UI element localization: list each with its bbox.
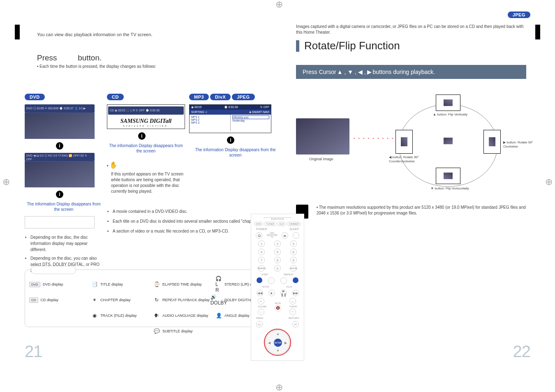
dpad-down-icon: ▼ bbox=[276, 349, 280, 353]
cd-osd-text: CD ◉ 02/15 🎧 L R ↻ OFF ⌚ 0:02:30 bbox=[110, 109, 160, 112]
rc-power-btn[interactable]: ⏻ bbox=[256, 232, 262, 239]
instruction-prefix: Press Cursor bbox=[303, 69, 336, 75]
rc-num-8[interactable]: 8 bbox=[274, 257, 281, 263]
legend-text: ANGLE display bbox=[224, 314, 250, 318]
remote-control: FUNCTION DVD TUNER AUX DIMMER POWER SLEE… bbox=[251, 214, 304, 361]
rc-menu-label: MENU bbox=[256, 317, 264, 319]
rc-rew-btn[interactable]: ◀◀ bbox=[257, 290, 263, 296]
mp3-top-c: ⌚ 0:02:30 bbox=[224, 106, 238, 109]
info-icon-mp3: i bbox=[227, 136, 234, 144]
cropmark-left: ⊕ bbox=[2, 177, 10, 187]
page-number-left: 21 bbox=[25, 342, 42, 361]
mp3-c2-hilite: Missing you bbox=[232, 115, 270, 119]
legend-item-10: 🗣AUDIO LANGUAGE display bbox=[153, 312, 213, 319]
rc-enter-btn[interactable]: ENTER bbox=[274, 339, 282, 347]
blank-thumb bbox=[25, 216, 95, 228]
legend-text: CHAPTER display bbox=[100, 298, 131, 302]
rc-num-6[interactable]: 6 bbox=[290, 249, 297, 255]
dvd-column: DVD DVD ⓘ 01/05 ✴ 001/040 ⌚ 0:00:37 👤 1/… bbox=[25, 94, 103, 276]
rc-mute-btn[interactable]: 🔇 bbox=[275, 305, 281, 311]
legend-item-14: 💬SUBTITLE display bbox=[153, 328, 213, 334]
mp3-info-disappear: The information Display disappears from … bbox=[189, 147, 282, 158]
dvd-osd-2: DVD ◀ 🗂 1/1 ⓘ KO 1/3 🗨 ENG 🔁 OFF/ 02 ↻ O… bbox=[25, 153, 95, 161]
rc-num-9[interactable]: 9 bbox=[290, 257, 297, 263]
rc-vol-up[interactable]: + bbox=[258, 298, 264, 304]
legend-icon: 🎧 L R bbox=[215, 281, 222, 288]
rc-prev-btn[interactable] bbox=[257, 277, 262, 283]
samsung-tagline: e v e r y o n e ' s i n v i t e d . bbox=[108, 125, 184, 127]
rc-vol-down[interactable]: − bbox=[258, 309, 264, 315]
rc-num-7[interactable]: 7 bbox=[258, 257, 265, 263]
page-tab-right bbox=[535, 25, 540, 39]
mp3-c1-2: MP3 3 bbox=[191, 121, 229, 124]
label-right: ▶ button: Rotate 90° Clockwise bbox=[503, 141, 548, 148]
note-text: • The maximum resolutions supported by t… bbox=[317, 205, 526, 216]
rc-cancel-btn[interactable]: CANCEL bbox=[290, 265, 297, 272]
cropmark-right: ⊕ bbox=[545, 177, 553, 187]
rc-num-2[interactable]: 2 bbox=[274, 240, 281, 247]
rc-menu-btn[interactable]: ▭ bbox=[256, 321, 263, 327]
page-left: You can view disc playback information o… bbox=[25, 12, 284, 377]
rc-play-btn[interactable]: ▶ ❚❚ bbox=[280, 290, 287, 296]
fig-up bbox=[436, 95, 460, 111]
rc-num-1[interactable]: 1 bbox=[258, 240, 265, 247]
rc-function-label: FUNCTION bbox=[264, 217, 291, 220]
rc-num-0[interactable]: 0 bbox=[274, 265, 281, 272]
legend-item-4: CDCD display bbox=[29, 297, 89, 303]
rp-intro: Images captured with a digital camera or… bbox=[296, 24, 526, 35]
heading-bar bbox=[296, 40, 299, 52]
legend-text: DVD display bbox=[43, 282, 63, 286]
fig-down bbox=[436, 168, 460, 184]
rc-num-5[interactable]: 5 bbox=[274, 249, 281, 255]
dvd-thumb-1 bbox=[25, 113, 95, 139]
dvd-osd-top-text: DVD ⓘ 01/05 ✴ 001/040 ⌚ 0:00:37 👤 1/1 ▶ bbox=[26, 106, 86, 111]
rc-num-4[interactable]: 4 bbox=[258, 249, 265, 255]
legend-text: ELAPSED TIME display bbox=[162, 282, 202, 286]
legend-icon: 📑 bbox=[91, 281, 98, 288]
hand-note-row: • ✋ bbox=[107, 161, 185, 169]
rc-tune-down[interactable]: ﹀ bbox=[289, 309, 296, 315]
cropmark-top: ⊕ bbox=[275, 0, 283, 10]
rc-eject-btn[interactable]: ⏏ bbox=[282, 232, 288, 239]
rc-step-label: STEP bbox=[261, 273, 268, 276]
dvd-osd-2-text: DVD ◀ 🗂 1/1 ⓘ KO 1/3 🗨 ENG 🔁 OFF/ 02 ↻ O… bbox=[26, 154, 93, 161]
rc-return-btn[interactable]: ↩ bbox=[292, 321, 299, 327]
pill-dvd: DVD bbox=[25, 94, 45, 100]
legend-text: CD display bbox=[41, 298, 59, 302]
cd-column: CD CD ◉ 02/15 🎧 L R ↻ OFF ⌚ 0:02:30 SAMS… bbox=[107, 94, 185, 194]
legend-item-2: ⌚ELAPSED TIME display bbox=[153, 281, 213, 288]
dvd-osd-top: DVD ⓘ 01/05 ✴ 001/040 ⌚ 0:00:37 👤 1/1 ▶ bbox=[25, 104, 95, 113]
heading-rotate-flip: Rotate/Flip Function bbox=[304, 39, 400, 52]
rc-tune-up[interactable]: ︿ bbox=[289, 298, 296, 304]
rc-return-label: RETURN bbox=[289, 317, 299, 319]
rc-tuning-label: TUNING bbox=[289, 305, 297, 308]
legend-tab bbox=[31, 266, 76, 274]
rc-dpad[interactable]: ▲ ▼ ◀ ▶ ENTER bbox=[265, 330, 290, 355]
press-suffix: button. bbox=[78, 53, 102, 62]
rc-num-3[interactable]: 3 bbox=[290, 240, 297, 247]
legend-item-0: DVDDVD display bbox=[29, 282, 89, 287]
legend-icon: ⌚ bbox=[153, 281, 160, 288]
dpad-left-icon: ◀ bbox=[268, 341, 271, 345]
rc-stop-btn[interactable]: ■ bbox=[268, 290, 275, 296]
mp3-c2-0: Yesterday bbox=[232, 119, 270, 122]
rc-ff-btn[interactable]: ▶▶ bbox=[292, 290, 299, 296]
rc-remain-btn[interactable]: REMAIN bbox=[258, 265, 265, 272]
mp3-c1-0: MP3 1 bbox=[191, 115, 229, 118]
rc-media-label: DVDRECEIVERTV bbox=[267, 232, 278, 239]
rc-fn-tuner: TUNER bbox=[264, 222, 277, 226]
legend-icon: 🗣 bbox=[153, 312, 160, 319]
page-number-right: 22 bbox=[513, 342, 531, 361]
dvd-thumb-2 bbox=[25, 161, 95, 187]
hand-note: If this symbol appears on the TV screen … bbox=[111, 171, 185, 194]
rc-play-label: PLAY bbox=[287, 286, 293, 288]
mp3-row2-l: SORTING ♫ bbox=[191, 111, 207, 114]
rc-next-btn[interactable] bbox=[293, 277, 298, 283]
rc-repeat-btn[interactable] bbox=[280, 277, 287, 284]
original-image-thumb bbox=[296, 118, 349, 154]
rc-repeat-label: REPEAT bbox=[284, 273, 294, 276]
rc-sleep-btn[interactable] bbox=[293, 232, 299, 239]
legend-item-9: ◉TRACK (FILE) display bbox=[91, 312, 151, 319]
rc-step-btn[interactable] bbox=[268, 277, 275, 284]
press-line: Press button. bbox=[37, 53, 284, 62]
